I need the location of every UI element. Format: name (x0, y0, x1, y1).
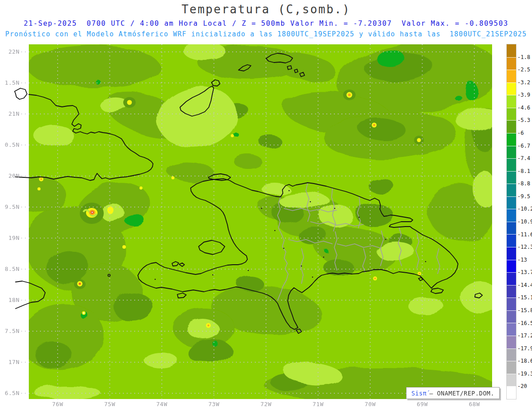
colorbar-segment (507, 196, 516, 209)
colorbar-segment (507, 82, 516, 95)
colorbar-tick-label: -19.3 (517, 371, 532, 377)
colorbar-tick-label: -8.1 (517, 168, 530, 174)
colorbar-tick-label: -1.8 (517, 54, 530, 60)
colorbar-tick-label: -11.6 (517, 231, 532, 238)
colorbar-tick-label: -14.4 (517, 282, 532, 288)
lon-tick-label: 75W (97, 401, 123, 407)
watermark-box: Sisπ́ – ONAMET/REP.DOM. (406, 387, 500, 399)
colorbar-segment (507, 247, 516, 260)
colorbar-tick-label: -3.9 (517, 92, 530, 98)
colorbar-segment (507, 120, 516, 133)
colorbar-segment (507, 361, 516, 374)
lat-tick-label: 17N (1, 359, 20, 365)
lon-tick-label: 74W (149, 401, 175, 407)
colorbar-tick-label: -12.3 (517, 244, 532, 250)
colorbar-segment (507, 95, 516, 108)
colorbar-tick-label: -13.7 (517, 269, 532, 275)
lat-tick-label: 9.5N (1, 204, 20, 210)
colorbar-segment (507, 260, 516, 273)
lat-tick-label: 0.5N (1, 141, 20, 148)
colorbar-segment (507, 310, 516, 323)
lat-tick-label: 8.5N (1, 266, 20, 272)
colorbar-tick-label: -3.2 (517, 79, 530, 86)
lon-tick-label: 69W (409, 401, 436, 407)
lon-tick-label: 71W (305, 401, 332, 407)
lat-tick-label: 19N (1, 235, 20, 241)
colorbar-tick-label: -7.4 (517, 155, 530, 161)
colorbar-tick-label: -15.8 (517, 307, 532, 313)
colorbar-segment (507, 133, 516, 146)
lat-tick-label: 6.5N (1, 390, 20, 396)
lon-tick-label: 70W (357, 401, 383, 407)
colorbar-tick-label: -17.9 (517, 345, 532, 352)
lat-tick-label: 22N (1, 48, 20, 55)
watermark-brand: Sisπ́ (411, 390, 427, 397)
colorbar-tick-label: -2.5 (517, 67, 530, 73)
lat-tick-label: 1.5N (1, 79, 20, 86)
colorbar-segment (507, 234, 516, 247)
colorbar-segment (507, 272, 516, 285)
lon-tick-label: 68W (461, 401, 488, 407)
colorbar-tick-label: -17.2 (517, 333, 532, 339)
colorbar-segment (507, 386, 516, 399)
lat-tick-label: 18N (1, 297, 20, 303)
colorbar-tick-label: -6.7 (517, 143, 530, 149)
colorbar-segment (507, 348, 516, 361)
colorbar-segment (507, 171, 516, 184)
colorbar-segment (507, 209, 516, 222)
colorbar-tick-label: -5.3 (517, 117, 530, 123)
temperature-shading-field (13, 34, 505, 403)
lon-tick-label: 72W (253, 401, 279, 407)
colorbar-segment (507, 44, 516, 57)
colorbar-segment (507, 70, 516, 82)
colorbar-segment (507, 285, 516, 298)
colorbar-segment (507, 146, 516, 159)
colorbar-tick-label: -13 (517, 257, 527, 263)
watermark-org: – ONAMET/REP.DOM. (429, 390, 494, 397)
colorbar-tick-label: -10.9 (517, 219, 532, 225)
lon-tick-label: 76W (44, 401, 71, 407)
colorbar-segment (507, 374, 516, 387)
lat-tick-label: 21N (1, 110, 20, 117)
lon-tick-label: 73W (201, 401, 227, 407)
colorbar-tick-label: -10.2 (517, 206, 532, 212)
colorbar-segment (507, 323, 516, 336)
colorbar-segment (507, 222, 516, 235)
colorbar-tick-label: -6 (517, 130, 524, 136)
colorbar-segment (507, 336, 516, 348)
colorbar-segment (507, 57, 516, 70)
lat-tick-label: 20N (1, 172, 20, 179)
colorbar-tick-label: -8.8 (517, 180, 530, 187)
lat-tick-label: 7.5N (1, 328, 20, 334)
colorbar-tick-label: -15.1 (517, 294, 532, 301)
colorbar-segment (507, 297, 516, 310)
colorbar-tick-label: -20 (517, 383, 527, 389)
colorbar-segment (507, 108, 516, 121)
map-canvas (0, 0, 532, 411)
colorbar-segment (507, 184, 516, 196)
colorbar (507, 44, 516, 399)
colorbar-segment (507, 158, 516, 171)
colorbar-tick-label: -16.5 (517, 320, 532, 326)
colorbar-tick-label: -4.6 (517, 105, 530, 111)
weather-map-page: Temperatura (C,somb.) 21-Sep-2025 0700 U… (0, 0, 532, 411)
colorbar-tick-label: -9.5 (517, 193, 530, 200)
colorbar-tick-label: -18.6 (517, 358, 532, 364)
cuba-coastline (15, 88, 27, 99)
